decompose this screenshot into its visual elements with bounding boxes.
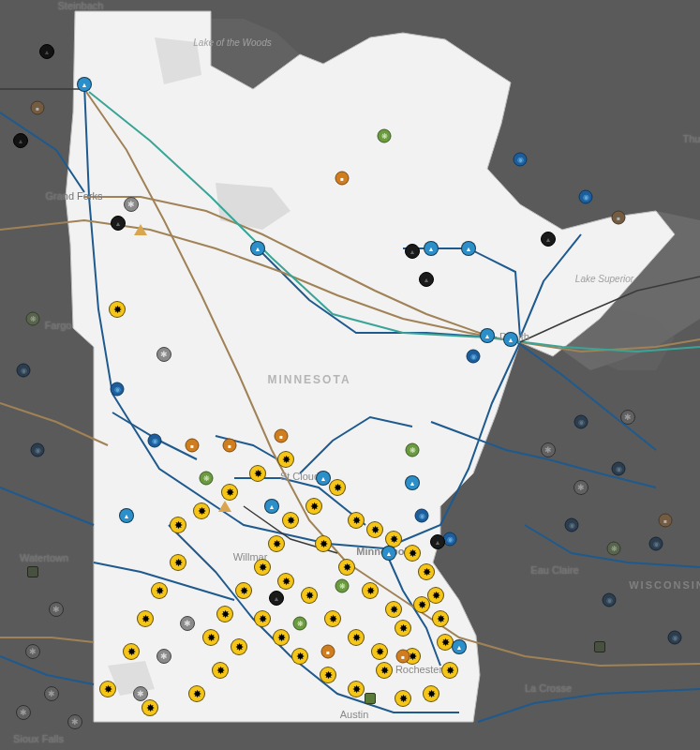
marker-wind[interactable]: [541, 442, 556, 458]
marker-gas[interactable]: [503, 332, 518, 347]
marker-ng[interactable]: [443, 532, 457, 547]
marker-wind[interactable]: [620, 410, 635, 425]
marker-ng[interactable]: [574, 415, 588, 429]
marker-solar[interactable]: [329, 479, 346, 496]
marker-ng[interactable]: [565, 518, 579, 532]
marker-gas[interactable]: [250, 241, 265, 256]
marker-ng[interactable]: [514, 153, 528, 167]
marker-ng[interactable]: [415, 509, 429, 523]
marker-solar[interactable]: [423, 685, 439, 702]
marker-coal[interactable]: [541, 232, 556, 247]
marker-solar[interactable]: [277, 451, 294, 468]
marker-solar[interactable]: [151, 582, 168, 599]
marker-ng[interactable]: [17, 364, 31, 378]
marker-solar[interactable]: [273, 629, 290, 646]
marker-solar[interactable]: [362, 582, 379, 599]
marker-solar[interactable]: [348, 629, 365, 646]
marker-ng[interactable]: [31, 443, 45, 458]
marker-solar[interactable]: [277, 573, 294, 590]
marker-coal[interactable]: [419, 272, 434, 287]
marker-coal[interactable]: [405, 244, 420, 259]
marker-solar[interactable]: [99, 681, 116, 698]
marker-coal[interactable]: [269, 591, 284, 606]
marker-solar[interactable]: [170, 517, 186, 533]
marker-hazard[interactable]: [218, 501, 231, 512]
marker-solar[interactable]: [320, 667, 336, 683]
marker-solar[interactable]: [305, 498, 322, 515]
marker-bio[interactable]: [293, 617, 307, 631]
marker-gas[interactable]: [452, 639, 467, 654]
marker-wind[interactable]: [156, 347, 171, 362]
marker-geo[interactable]: [659, 514, 673, 528]
marker-solar[interactable]: [231, 638, 247, 655]
marker-solar[interactable]: [249, 465, 266, 482]
marker-ng[interactable]: [148, 434, 162, 448]
marker-ng[interactable]: [579, 190, 593, 204]
marker-wind[interactable]: [44, 686, 59, 701]
marker-solar[interactable]: [123, 643, 140, 660]
marker-coal[interactable]: [13, 133, 28, 148]
marker-gas[interactable]: [316, 471, 331, 486]
marker-geo[interactable]: [186, 439, 200, 453]
marker-solar[interactable]: [235, 582, 252, 599]
marker-solar[interactable]: [385, 601, 402, 618]
marker-solar[interactable]: [315, 535, 332, 552]
marker-geo[interactable]: [223, 439, 237, 453]
marker-gas[interactable]: [119, 508, 134, 523]
marker-solar[interactable]: [348, 512, 365, 529]
marker-bio[interactable]: [335, 579, 350, 593]
marker-solar[interactable]: [282, 512, 299, 529]
marker-ng[interactable]: [649, 537, 663, 551]
marker-solar[interactable]: [268, 535, 285, 552]
marker-solar[interactable]: [216, 606, 233, 622]
marker-geo[interactable]: [275, 429, 289, 443]
marker-ng[interactable]: [668, 631, 682, 645]
marker-bio[interactable]: [378, 129, 392, 143]
marker-solar[interactable]: [338, 559, 355, 576]
marker-geo[interactable]: [335, 172, 350, 186]
marker-sqg[interactable]: [365, 693, 376, 704]
marker-sqg[interactable]: [594, 641, 605, 652]
marker-solar[interactable]: [376, 662, 393, 679]
marker-solar[interactable]: [418, 563, 435, 580]
marker-bio[interactable]: [26, 312, 40, 326]
marker-wind[interactable]: [133, 686, 148, 701]
marker-bio[interactable]: [200, 472, 214, 486]
marker-ng[interactable]: [612, 462, 626, 476]
marker-solar[interactable]: [395, 690, 411, 707]
marker-coal[interactable]: [111, 216, 126, 231]
marker-gas[interactable]: [381, 546, 396, 561]
marker-ng[interactable]: [111, 382, 125, 397]
marker-solar[interactable]: [395, 620, 411, 637]
marker-solar[interactable]: [254, 559, 271, 576]
marker-sqg[interactable]: [27, 566, 38, 578]
marker-solar[interactable]: [371, 643, 388, 660]
marker-ng[interactable]: [603, 593, 617, 608]
marker-hazard[interactable]: [134, 224, 147, 235]
marker-geo[interactable]: [396, 650, 410, 664]
marker-solar[interactable]: [254, 610, 271, 627]
marker-coal[interactable]: [430, 534, 445, 549]
marker-coal[interactable]: [39, 44, 54, 59]
marker-solar[interactable]: [413, 596, 430, 613]
marker-wind[interactable]: [573, 480, 588, 495]
marker-wind[interactable]: [124, 197, 139, 212]
marker-bio[interactable]: [607, 542, 621, 556]
marker-gas[interactable]: [480, 328, 495, 343]
marker-solar[interactable]: [221, 484, 238, 501]
marker-solar[interactable]: [404, 545, 421, 562]
marker-solar[interactable]: [188, 685, 205, 702]
marker-solar[interactable]: [427, 587, 444, 604]
marker-gas[interactable]: [405, 475, 420, 490]
marker-wind[interactable]: [67, 714, 82, 729]
marker-geo[interactable]: [612, 211, 626, 225]
marker-solar[interactable]: [366, 521, 383, 538]
marker-ng[interactable]: [467, 350, 481, 364]
marker-solar[interactable]: [109, 301, 126, 318]
marker-gas[interactable]: [461, 241, 476, 256]
marker-solar[interactable]: [212, 662, 229, 679]
marker-solar[interactable]: [348, 681, 365, 698]
marker-solar[interactable]: [137, 610, 154, 627]
marker-gas[interactable]: [424, 241, 439, 256]
marker-wind[interactable]: [16, 705, 31, 720]
